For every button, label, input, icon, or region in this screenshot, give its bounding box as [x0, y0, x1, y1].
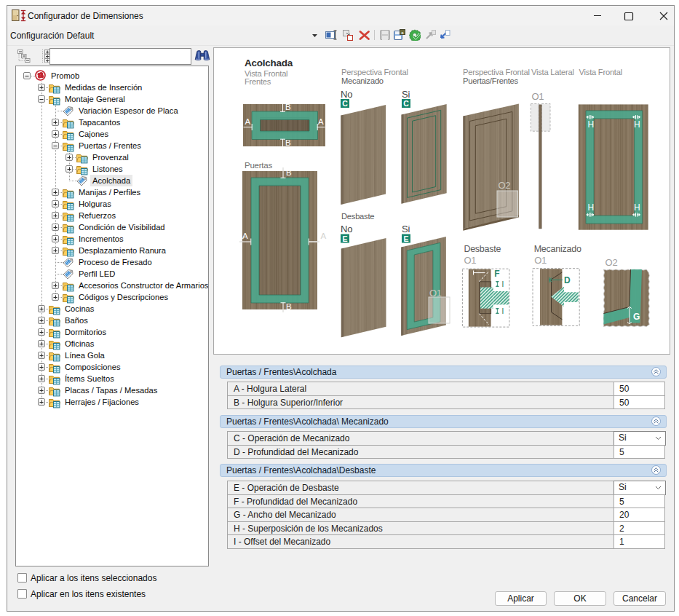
- svg-text:A: A: [321, 232, 327, 240]
- svg-text:Montaje General: Montaje General: [65, 95, 125, 103]
- svg-text:F: F: [494, 269, 499, 279]
- svg-text:Si: Si: [402, 89, 410, 100]
- svg-text:Dormitorios: Dormitorios: [65, 328, 107, 336]
- svg-text:Puertas/Frentes: Puertas/Frentes: [463, 76, 518, 85]
- svg-text:Manijas / Perfiles: Manijas / Perfiles: [79, 188, 141, 197]
- svg-text:A: A: [242, 232, 248, 240]
- svg-text:Condición de Visibilidad: Condición de Visibilidad: [79, 223, 165, 232]
- svg-text:H: H: [588, 202, 594, 213]
- svg-text:Desplazamiento Ranura: Desplazamiento Ranura: [79, 246, 167, 255]
- svg-text:O1: O1: [532, 91, 544, 102]
- svg-text:Tapacantos: Tapacantos: [79, 118, 121, 127]
- svg-text:A: A: [245, 117, 251, 126]
- svg-text:Si: Si: [402, 224, 410, 234]
- svg-text:B: B: [286, 168, 292, 177]
- svg-text:B: B: [286, 302, 292, 311]
- svg-text:Desbaste: Desbaste: [464, 244, 501, 254]
- svg-text:Perspectiva Frontal: Perspectiva Frontal: [463, 68, 530, 76]
- svg-text:Perfil LED: Perfil LED: [79, 269, 115, 278]
- svg-text:C: C: [403, 99, 409, 108]
- svg-text:H: H: [634, 119, 640, 130]
- svg-text:Accesorios Constructor de Arma: Accesorios Constructor de Armarios: [79, 281, 208, 290]
- svg-text:Frentes: Frentes: [245, 77, 271, 86]
- svg-text:Ítems Sueltos: Ítems Sueltos: [65, 374, 114, 383]
- svg-text:E: E: [343, 234, 348, 243]
- svg-text:Códigos y Descripciones: Códigos y Descripciones: [79, 293, 169, 301]
- svg-text:Puertas: Puertas: [245, 161, 272, 170]
- svg-text:Oficinas: Oficinas: [65, 339, 95, 348]
- svg-text:Proceso de Fresado: Proceso de Fresado: [79, 258, 152, 266]
- svg-text:O1: O1: [464, 255, 476, 266]
- svg-text:Placas / Tapas / Mesadas: Placas / Tapas / Mesadas: [65, 386, 158, 395]
- svg-text:Listones: Listones: [92, 165, 123, 173]
- svg-text:Incrementos: Incrementos: [79, 234, 124, 243]
- svg-text:O1: O1: [534, 255, 547, 266]
- svg-text:Acolchada: Acolchada: [245, 58, 293, 68]
- svg-text:Promob: Promob: [51, 71, 79, 80]
- svg-text:H: H: [588, 119, 594, 130]
- svg-text:Mecanizado: Mecanizado: [341, 76, 384, 85]
- svg-text:Perspectiva Frontal: Perspectiva Frontal: [341, 68, 408, 76]
- svg-text:E: E: [404, 234, 409, 243]
- svg-text:Vista Lateral: Vista Lateral: [531, 68, 574, 76]
- svg-text:G: G: [633, 312, 640, 322]
- svg-text:Cocinas: Cocinas: [65, 304, 95, 313]
- svg-text:No: No: [341, 224, 352, 234]
- svg-text:O2: O2: [499, 180, 511, 191]
- svg-text:Provenzal: Provenzal: [92, 153, 129, 162]
- svg-text:Refuerzos: Refuerzos: [79, 211, 116, 220]
- svg-text:Medidas de Inserción: Medidas de Inserción: [65, 83, 142, 92]
- svg-text:C: C: [342, 99, 348, 108]
- svg-text:Composiciones: Composiciones: [65, 363, 121, 371]
- svg-text:Holguras: Holguras: [79, 200, 111, 208]
- svg-text:H: H: [634, 202, 640, 213]
- svg-text:Desbaste: Desbaste: [341, 212, 374, 221]
- svg-text:I: I: [501, 307, 504, 315]
- svg-text:Cajones: Cajones: [79, 130, 108, 138]
- svg-text:I: I: [501, 280, 504, 288]
- svg-text:Mecanizado: Mecanizado: [534, 244, 581, 254]
- svg-text:A: A: [318, 117, 324, 126]
- svg-text:Herrajes / Fijaciones: Herrajes / Fijaciones: [65, 398, 139, 406]
- svg-text:Acolchada: Acolchada: [92, 176, 131, 185]
- svg-text:O2: O2: [605, 257, 618, 268]
- svg-text:D: D: [564, 275, 571, 285]
- svg-text:No: No: [341, 89, 352, 100]
- svg-text:Puertas / Frentes: Puertas / Frentes: [79, 141, 141, 150]
- svg-text:Vista Frontal: Vista Frontal: [579, 68, 622, 76]
- svg-text:B: B: [285, 138, 291, 147]
- svg-text:B: B: [285, 103, 291, 111]
- svg-text:Variación Espesor de Placa: Variación Espesor de Placa: [79, 106, 178, 115]
- svg-text:Línea Gola: Línea Gola: [65, 351, 106, 360]
- svg-text:Baños: Baños: [65, 316, 88, 325]
